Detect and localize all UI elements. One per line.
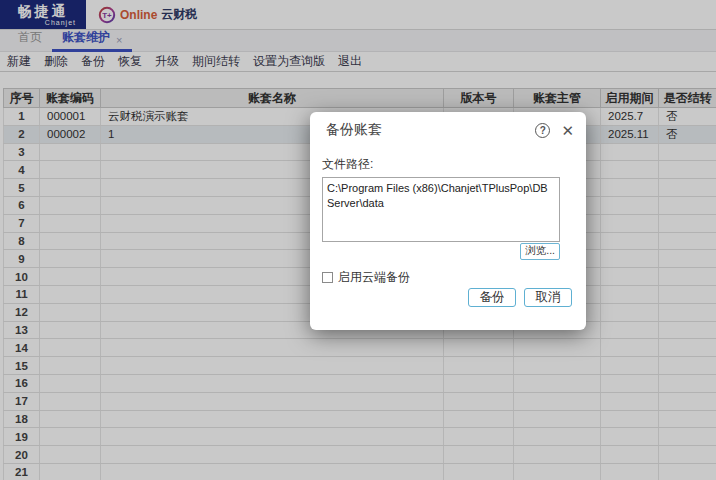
dialog-body: 文件路径: C:\Program Files (x86)\Chanjet\TPl… [310, 156, 586, 286]
browse-button[interactable]: 浏览... [520, 243, 560, 260]
cancel-button[interactable]: 取消 [524, 288, 572, 307]
backup-button[interactable]: 备份 [468, 288, 516, 307]
help-icon[interactable]: ? [535, 123, 550, 138]
dialog-footer: 备份 取消 [468, 288, 572, 307]
dialog-title: 备份账套 [326, 121, 535, 139]
cloud-backup-label: 启用云端备份 [338, 269, 410, 286]
file-path-input[interactable]: C:\Program Files (x86)\Chanjet\TPlusPop\… [322, 177, 560, 242]
cloud-backup-checkbox[interactable] [322, 272, 333, 283]
dialog-titlebar: 备份账套 ? ✕ [310, 112, 586, 139]
file-path-label: 文件路径: [322, 156, 574, 173]
close-icon[interactable]: ✕ [561, 123, 574, 138]
backup-account-dialog: 备份账套 ? ✕ 文件路径: C:\Program Files (x86)\Ch… [310, 112, 586, 330]
